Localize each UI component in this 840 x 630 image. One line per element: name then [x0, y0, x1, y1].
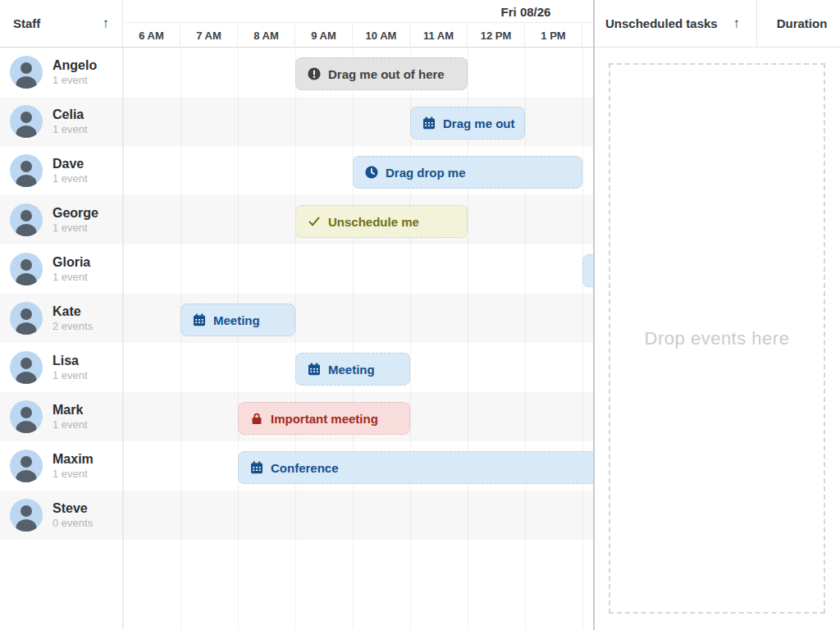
event-conference[interactable]: Conference	[238, 451, 593, 484]
event-label: Drag me out of here	[328, 67, 445, 81]
event-label: Important meeting	[271, 412, 378, 426]
panel-header: Unscheduled tasks ↑ Duration	[595, 0, 840, 48]
staff-event-count: 1 event	[52, 123, 88, 136]
staff-cell: Lisa 1 event	[0, 343, 123, 392]
timeline-grid-cells[interactable]	[123, 244, 593, 294]
staff-event-count: 1 event	[52, 172, 88, 185]
avatar	[10, 253, 43, 285]
exclamation-circle-icon	[308, 67, 321, 80]
staff-row-steve[interactable]: Steve 0 events	[0, 491, 593, 540]
event-drag-me-out-of-here[interactable]: Drag me out of here	[295, 57, 468, 90]
duration-label: Duration	[770, 16, 828, 30]
staff-column-header[interactable]: Staff ↑	[0, 0, 123, 47]
staff-event-count: 1 event	[52, 468, 94, 481]
unscheduled-tasks-label: Unscheduled tasks	[605, 16, 718, 30]
event-label: Unschedule me	[328, 215, 419, 229]
time-slot-7am: 7 AM	[180, 23, 238, 48]
check-icon	[308, 215, 321, 228]
staff-cell: Gloria 1 event	[0, 244, 123, 294]
avatar	[10, 105, 43, 138]
staff-row-gloria[interactable]: Gloria 1 event	[0, 244, 593, 294]
avatar	[10, 499, 43, 532]
staff-cell: Maxim 1 event	[0, 441, 123, 491]
event-meeting-lisa[interactable]: Meeting	[295, 353, 410, 386]
unscheduled-tasks-panel: Unscheduled tasks ↑ Duration Drop events…	[595, 0, 840, 630]
avatar	[10, 450, 43, 482]
event-unschedule-me[interactable]: Unschedule me	[295, 205, 468, 238]
staff-event-count: 2 events	[52, 320, 93, 333]
time-slot-11am: 11 AM	[410, 23, 468, 48]
staff-name: Lisa	[52, 353, 88, 368]
calendar-icon	[193, 313, 206, 326]
calendar-icon	[250, 461, 263, 474]
staff-cell: George 1 event	[0, 195, 123, 244]
sort-arrow-icon[interactable]: ↑	[733, 16, 741, 30]
staff-name: Kate	[52, 304, 93, 319]
timeline-grid-cells[interactable]	[123, 491, 593, 540]
date-label: Fri 08/26	[501, 5, 551, 19]
event-partial[interactable]	[582, 254, 593, 287]
avatar	[10, 351, 43, 384]
time-slot-8am: 8 AM	[238, 23, 295, 48]
staff-name: Mark	[52, 402, 88, 418]
timeline-header: Fri 08/26 6 AM 7 AM 8 AM 9 AM 10 AM 11 A…	[123, 0, 593, 47]
clock-icon	[365, 166, 378, 179]
time-slot-9am: 9 AM	[295, 23, 353, 48]
event-label: Drag me out	[443, 116, 515, 130]
sort-arrow-icon[interactable]: ↑	[103, 16, 110, 30]
timeline-scheduler: Staff ↑ Fri 08/26 6 AM 7 AM 8 AM 9 AM 10…	[0, 0, 593, 630]
staff-cell: Angelo 1 event	[0, 48, 123, 97]
avatar	[10, 400, 43, 433]
event-label: Conference	[271, 461, 339, 475]
event-label: Meeting	[328, 363, 375, 377]
lock-icon	[250, 412, 263, 425]
event-label: Meeting	[213, 313, 260, 327]
calendar-icon	[308, 363, 321, 376]
time-slot-10am: 10 AM	[353, 23, 410, 48]
staff-event-count: 1 event	[52, 74, 97, 87]
dropzone-placeholder: Drop events here	[645, 328, 790, 349]
event-important-meeting[interactable]: Important meeting	[238, 402, 410, 435]
staff-cell: Kate 2 events	[0, 294, 123, 343]
event-meeting-kate[interactable]: Meeting	[180, 304, 295, 336]
staff-row-kate[interactable]: Kate 2 events	[0, 294, 593, 343]
event-label: Drag drop me	[386, 166, 466, 180]
staff-name: Angelo	[52, 57, 97, 73]
date-header-row: Fri 08/26	[123, 0, 593, 23]
avatar	[10, 203, 43, 236]
event-drag-me-out[interactable]: Drag me out	[410, 107, 525, 139]
staff-name: Steve	[52, 500, 93, 516]
time-slot-6am: 6 AM	[123, 23, 180, 48]
avatar	[10, 302, 43, 335]
staff-name: Celia	[52, 107, 88, 122]
unscheduled-tasks-header[interactable]: Unscheduled tasks ↑	[595, 0, 757, 47]
staff-event-count: 0 events	[52, 517, 93, 530]
staff-name: George	[52, 205, 98, 221]
staff-name: Gloria	[52, 254, 90, 270]
time-slot-row: 6 AM 7 AM 8 AM 9 AM 10 AM 11 AM 12 PM 1 …	[123, 23, 593, 48]
empty-grid-area	[0, 540, 593, 629]
staff-event-count: 1 event	[52, 271, 90, 284]
staff-event-count: 1 event	[52, 221, 98, 235]
staff-cell: Mark 1 event	[0, 392, 123, 441]
staff-event-count: 1 event	[52, 369, 88, 382]
scheduler-header: Staff ↑ Fri 08/26 6 AM 7 AM 8 AM 9 AM 10…	[0, 0, 593, 48]
avatar	[10, 56, 43, 89]
staff-name: Maxim	[52, 451, 94, 467]
drop-events-zone[interactable]: Drop events here	[609, 63, 825, 614]
staff-cell: Steve 0 events	[0, 491, 123, 540]
calendar-icon	[422, 116, 436, 130]
scheduler-app: Staff ↑ Fri 08/26 6 AM 7 AM 8 AM 9 AM 10…	[0, 0, 840, 630]
staff-header-label: Staff	[13, 16, 40, 30]
time-slot-12pm: 12 PM	[468, 23, 525, 48]
staff-event-count: 1 event	[52, 418, 88, 431]
staff-name: Dave	[52, 156, 88, 171]
duration-header[interactable]: Duration	[757, 0, 840, 47]
staff-cell: Dave 1 event	[0, 146, 123, 195]
staff-cell: Celia 1 event	[0, 97, 123, 146]
event-drag-drop-me[interactable]: Drag drop me	[353, 156, 582, 189]
avatar	[10, 154, 43, 187]
time-slot-1pm: 1 PM	[525, 23, 582, 48]
